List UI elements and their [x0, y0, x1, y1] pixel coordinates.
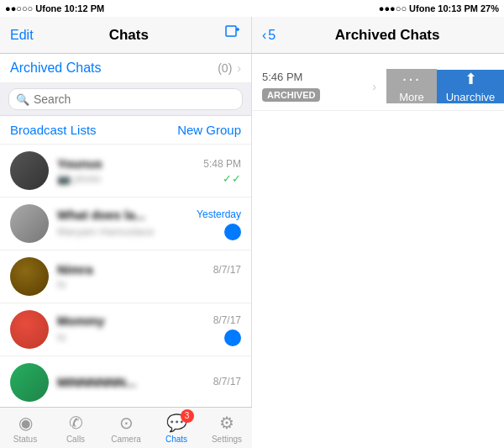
- swipe-info: 5:46 PM ARCHIVED: [262, 71, 365, 102]
- chat-info: Nimra 8/7/17 hi: [57, 262, 241, 291]
- chat-info: MINNNNNN... 8/7/17: [57, 375, 241, 391]
- chat-name: MINNNNNN...: [57, 375, 136, 389]
- avatar: [10, 151, 49, 190]
- swipe-row[interactable]: 5:46 PM ARCHIVED › ··· More ⬆ Unarchive: [252, 62, 504, 111]
- time-right: 10:13 PM: [438, 3, 478, 13]
- unarchive-action-button[interactable]: ⬆ Unarchive: [437, 70, 504, 103]
- tab-settings-label: Settings: [212, 435, 242, 444]
- tab-status[interactable]: ◉ Status: [0, 413, 50, 444]
- chat-item[interactable]: Younus 5:48 PM 📷 photo ✓✓: [0, 145, 251, 198]
- left-panel: Edit Chats Archived Chats (0) › 🔍: [0, 17, 252, 448]
- camera-icon: ⊙: [119, 413, 134, 433]
- chat-preview: hi: [57, 278, 66, 291]
- new-group-button[interactable]: New Group: [177, 123, 241, 137]
- status-bar: ●●○○○ Ufone 10:12 PM ●●●○○ Ufone 10:13 P…: [0, 0, 504, 17]
- chat-preview: Maryam Hamuslace: [57, 225, 155, 238]
- swipe-time: 5:46 PM: [262, 71, 365, 83]
- back-button[interactable]: ‹ 5: [262, 28, 276, 43]
- status-left: ●●○○○ Ufone 10:12 PM: [5, 3, 228, 13]
- archived-label: Archived Chats: [10, 61, 218, 76]
- nav-bar-right: ‹ 5 Archived Chats: [252, 17, 504, 54]
- tab-chats-label: Chats: [165, 435, 187, 444]
- tab-calls[interactable]: ✆ Calls: [50, 413, 101, 444]
- swipe-arrow-icon: ›: [372, 80, 376, 93]
- archived-content: 5:46 PM ARCHIVED › ··· More ⬆ Unarchive: [252, 54, 504, 448]
- chat-item[interactable]: Mommy 8/7/17 hi: [0, 303, 251, 356]
- chat-badge: 3: [181, 409, 194, 423]
- status-icon: ◉: [18, 413, 33, 433]
- chat-name: Mommy: [57, 314, 105, 328]
- chat-item[interactable]: Nimra 8/7/17 hi: [0, 250, 251, 303]
- chat-name: What does la...: [57, 208, 145, 222]
- avatar: [10, 204, 49, 243]
- chat-time: 8/7/17: [213, 314, 241, 326]
- calls-icon: ✆: [69, 413, 83, 433]
- edit-button[interactable]: Edit: [10, 28, 34, 43]
- time-left: 10:12 PM: [64, 3, 104, 13]
- archived-chats-title: Archived Chats: [281, 27, 494, 44]
- chat-name: Younus: [57, 156, 102, 171]
- chat-time: 5:48 PM: [203, 158, 241, 170]
- tab-camera[interactable]: ⊙ Camera: [101, 413, 151, 444]
- chat-time: 8/7/17: [213, 376, 241, 387]
- broadcast-lists-button[interactable]: Broadcast Lists: [10, 123, 97, 137]
- unread-badge: [224, 329, 241, 346]
- back-count: 5: [268, 28, 276, 43]
- status-right: ●●●○○ Ufone 10:13 PM 27%: [276, 3, 499, 13]
- tab-camera-label: Camera: [111, 435, 141, 444]
- chat-info: What does la... Yesterday Maryam Hamusla…: [57, 208, 241, 240]
- settings-icon: ⚙: [219, 413, 234, 433]
- more-label: More: [399, 91, 424, 103]
- unarchive-label: Unarchive: [446, 91, 496, 103]
- chat-item[interactable]: What does la... Yesterday Maryam Hamusla…: [0, 198, 251, 250]
- more-dots-icon: ···: [402, 69, 422, 88]
- carrier-left: ●●○○○ Ufone: [5, 3, 61, 13]
- svg-rect-0: [226, 26, 236, 36]
- chat-preview: hi: [57, 331, 66, 344]
- unread-badge: [224, 224, 241, 240]
- tab-chats[interactable]: 💬 3 Chats: [151, 413, 202, 444]
- group-row: Broadcast Lists New Group: [0, 116, 251, 145]
- search-bar: 🔍: [0, 83, 251, 116]
- read-tick-icon: ✓✓: [223, 172, 241, 185]
- archived-count: (0): [218, 61, 232, 75]
- carrier-right: ●●●○○ Ufone: [379, 3, 435, 13]
- battery: 27%: [480, 3, 499, 13]
- avatar: [10, 310, 49, 349]
- search-input[interactable]: [34, 92, 235, 106]
- search-icon: 🔍: [16, 93, 29, 106]
- compose-button[interactable]: [224, 24, 241, 45]
- chat-preview: 📷 photo: [57, 172, 101, 185]
- unarchive-icon: ⬆: [465, 70, 477, 88]
- back-chevron-icon: ‹: [262, 28, 266, 43]
- more-action-button[interactable]: ··· More: [386, 69, 437, 103]
- chat-info: Younus 5:48 PM 📷 photo ✓✓: [57, 156, 241, 185]
- swipe-main: 5:46 PM ARCHIVED ›: [252, 62, 386, 110]
- tab-settings[interactable]: ⚙ Settings: [202, 413, 252, 444]
- avatar: [10, 257, 49, 296]
- chat-info: Mommy 8/7/17 hi: [57, 314, 241, 346]
- main-area: Edit Chats Archived Chats (0) › 🔍: [0, 17, 504, 448]
- tab-calls-label: Calls: [66, 435, 85, 444]
- archived-chevron-icon: ›: [237, 61, 241, 75]
- search-input-wrap: 🔍: [8, 88, 243, 110]
- chat-item[interactable]: MINNNNNN... 8/7/17: [0, 356, 251, 409]
- archived-chats-row[interactable]: Archived Chats (0) ›: [0, 54, 251, 83]
- chats-title: Chats: [109, 27, 149, 44]
- chat-time: Yesterday: [197, 208, 241, 220]
- tab-bar: ◉ Status ✆ Calls ⊙ Camera 💬 3 Chats ⚙ Se…: [0, 407, 252, 448]
- chat-time: 8/7/17: [213, 264, 241, 276]
- avatar: [10, 363, 49, 402]
- chat-name: Nimra: [57, 262, 93, 277]
- chat-list: Younus 5:48 PM 📷 photo ✓✓ What does la..…: [0, 145, 251, 448]
- nav-bar-left: Edit Chats: [0, 17, 251, 54]
- right-panel: ‹ 5 Archived Chats 5:46 PM ARCHIVED › ··…: [252, 17, 504, 448]
- archived-status-badge: ARCHIVED: [262, 88, 320, 102]
- tab-status-label: Status: [13, 435, 37, 444]
